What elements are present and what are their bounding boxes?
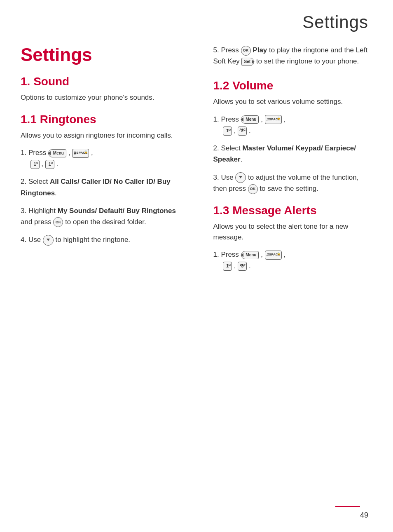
- divider-line: [335, 506, 360, 507]
- vol-step-3-post: to save the setting.: [260, 185, 318, 192]
- comma-2: ,: [91, 149, 93, 157]
- key-1a-icon: 1ω: [30, 160, 40, 169]
- key-menu-vol1: Menu: [241, 115, 259, 124]
- msg-comma-3: ,: [234, 262, 238, 270]
- ringtones-step-1: 1. Press Menu , #🔒SPACE , 1ω , 1ω .: [21, 147, 180, 169]
- key-nav-step4: [43, 235, 54, 246]
- section-sound-desc: Options to customize your phone's sounds…: [21, 92, 180, 103]
- vol-comma-2: ,: [284, 115, 286, 123]
- vol-comma-1: ,: [261, 115, 264, 123]
- key-soft-set: Set: [241, 58, 254, 66]
- key-ok-step5: OK: [241, 46, 251, 56]
- period-1: .: [56, 160, 58, 168]
- vol-comma-3: ,: [234, 127, 238, 134]
- step-5-post: to set the ringtone to your phone.: [256, 57, 359, 65]
- key-nav-vol3: [235, 172, 246, 183]
- vol-step-2-text: 2. Select Master Volume/ Keypad/ Earpiec…: [213, 144, 356, 163]
- ringtones-step-2: 2. Select All Calls/ Caller ID/ No Calle…: [21, 176, 180, 198]
- page-title: Settings: [21, 45, 180, 65]
- key-ok-step3: OK: [53, 217, 63, 227]
- key-2-vol1: 2ABC: [238, 127, 247, 136]
- key-hash-msg1: #🔒SPACE: [265, 251, 282, 260]
- page-header: Settings: [0, 0, 393, 36]
- ringtones-step-4: 4. Use to highlight the ringtone.: [21, 234, 180, 246]
- step-4-post: to highlight the ringtone.: [56, 236, 130, 244]
- section-message-title: 1.3 Message Alerts: [213, 204, 373, 217]
- step-2-num: 2. Select All Calls/ Caller ID/ No Calle…: [21, 178, 171, 197]
- step-3-post: to open the desired folder.: [65, 218, 146, 226]
- step-5-pre: 5. Press: [213, 46, 241, 54]
- section-sound-title: 1. Sound: [21, 75, 180, 88]
- key-hash-icon: #🔒SPACE: [72, 149, 89, 158]
- header-title: Settings: [302, 12, 368, 32]
- key-menu-icon: Menu: [48, 149, 66, 157]
- key-1b-icon: 1ω: [45, 160, 54, 169]
- section-ringtones-title: 1.1 Ringtones: [21, 113, 180, 126]
- section-volume-title: 1.2 Volume: [213, 79, 373, 92]
- key-hash-vol1: #🔒SPACE: [265, 115, 282, 124]
- vol-step-2-bold: Master Volume/ Keypad/ Earpiece/ Speaker: [213, 144, 356, 163]
- key-menu-msg1: Menu: [241, 251, 259, 259]
- msg-comma-2: ,: [284, 251, 286, 258]
- key-3-msg1: 3DEF: [238, 262, 247, 271]
- step-2-bold: All Calls/ Caller ID/ No Caller ID/ Buy …: [21, 178, 171, 197]
- msg-period-1: .: [249, 262, 251, 270]
- volume-step-2: 2. Select Master Volume/ Keypad/ Earpiec…: [213, 143, 373, 165]
- comma-1: ,: [68, 149, 72, 157]
- section-message-desc: Allows you to select the alert tone for …: [213, 221, 373, 242]
- left-column: Settings 1. Sound Options to customize y…: [21, 45, 188, 278]
- ringtones-step-3: 3. Highlight My Sounds/ Default/ Buy Rin…: [21, 205, 180, 227]
- message-step-1: 1. Press Menu , #🔒SPACE , 1ω , 3DEF .: [213, 249, 373, 271]
- volume-step-1: 1. Press Menu , #🔒SPACE , 1ω , 2ABC .: [213, 114, 373, 136]
- section-volume-desc: Allows you to set various volume setting…: [213, 96, 373, 107]
- page-number: 49: [360, 511, 368, 520]
- msg-step-1-pre: 1. Press: [213, 251, 241, 258]
- vol-period-1: .: [249, 127, 251, 134]
- step-3-bold: My Sounds/ Default/ Buy Ringtones: [58, 207, 176, 215]
- step-4-pre: 4. Use: [21, 236, 43, 244]
- right-column: 5. Press OK Play to play the ringtone an…: [205, 45, 373, 278]
- step-1-num: 1. Press: [21, 149, 48, 157]
- vol-step-3-pre: 3. Use: [213, 173, 236, 181]
- volume-step-3: 3. Use to adjust the volume of the funct…: [213, 172, 373, 195]
- msg-comma-1: ,: [261, 251, 264, 258]
- key-1-msg1: 1ω: [223, 262, 232, 271]
- section-ringtones-desc: Allows you to assign ringtones for incom…: [21, 130, 180, 141]
- vol-step-1-pre: 1. Press: [213, 115, 241, 123]
- comma-3: ,: [41, 160, 45, 168]
- key-1-vol1: 1ω: [223, 127, 232, 136]
- ringtones-step-5: 5. Press OK Play to play the ringtone an…: [213, 45, 373, 67]
- key-ok-vol3: OK: [248, 184, 258, 194]
